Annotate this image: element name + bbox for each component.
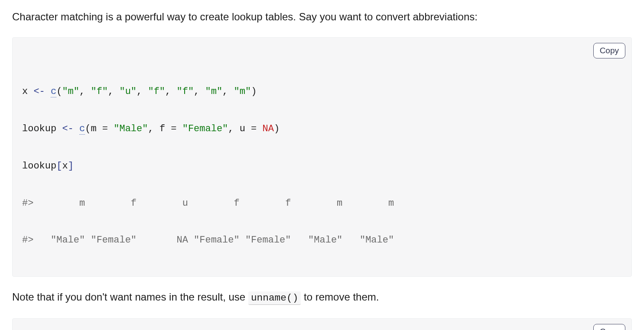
code-line: lookup[x] [22,157,622,176]
code-token-var: x [62,161,68,171]
note-text: Note that if you don't want names in the… [12,291,248,303]
code-token-paren: ( [85,123,91,134]
code-token-str: "u" [119,86,137,97]
code-token-id: u = [240,123,263,134]
intro-paragraph: Character matching is a powerful way to … [12,9,632,25]
code-token-str: "Male" [114,123,148,134]
code-token-na: NA [263,123,274,134]
code-token-comma: , [228,123,239,134]
code-token-fn: c [79,123,85,135]
code-token-comma: , [194,86,205,97]
note-paragraph: Note that if you don't want names in the… [12,289,632,306]
copy-button[interactable]: Copy [593,43,625,58]
inline-code-unname: unname() [248,291,301,305]
code-token-comma: , [79,86,91,97]
code-token-paren: ( [56,86,62,97]
code-token-paren: ) [274,123,280,134]
code-token-comma: , [165,86,176,97]
code-token-comma: , [108,86,119,97]
note-text: to remove them. [301,291,379,303]
copy-button[interactable]: Copy [593,324,625,330]
code-token-arrow: <- [28,86,51,97]
code-token-comma: , [148,123,159,134]
code-token-str: "m" [62,86,79,97]
code-token-var: lookup [22,161,56,171]
code-token-str: "Female" [182,123,228,134]
code-token-paren: ) [251,86,257,97]
code-line: lookup <- c(m = "Male", f = "Female", u … [22,120,622,139]
code-token-str: "m" [234,86,251,97]
code-output-line: #> "Male" "Female" NA "Female" "Female" … [22,231,622,250]
code-token-str: "f" [176,86,194,97]
code-line: x <- c("m", "f", "u", "f", "f", "m", "m"… [22,83,622,101]
code-block-2: Copy unname(lookup[x]) #> [1] "Male" "Fe… [12,318,632,330]
code-token-str: "f" [148,86,165,97]
code-token-fn: c [51,86,56,97]
code-token-comma: , [137,86,148,97]
code-token-arrow: <- [56,123,79,134]
code-token-comma: , [222,86,234,97]
code-token-var: x [22,86,28,97]
code-token-bracket: [ [56,161,62,171]
code-token-id: f = [159,123,182,134]
code-token-bracket: ] [68,161,74,171]
code-token-str: "m" [205,86,223,97]
code-token-var: lookup [22,123,56,134]
code-token-id: m = [91,123,114,134]
code-block-1: Copy x <- c("m", "f", "u", "f", "f", "m"… [12,37,632,277]
code-output-line: #> m f u f f m m [22,194,622,213]
code-token-str: "f" [91,86,108,97]
